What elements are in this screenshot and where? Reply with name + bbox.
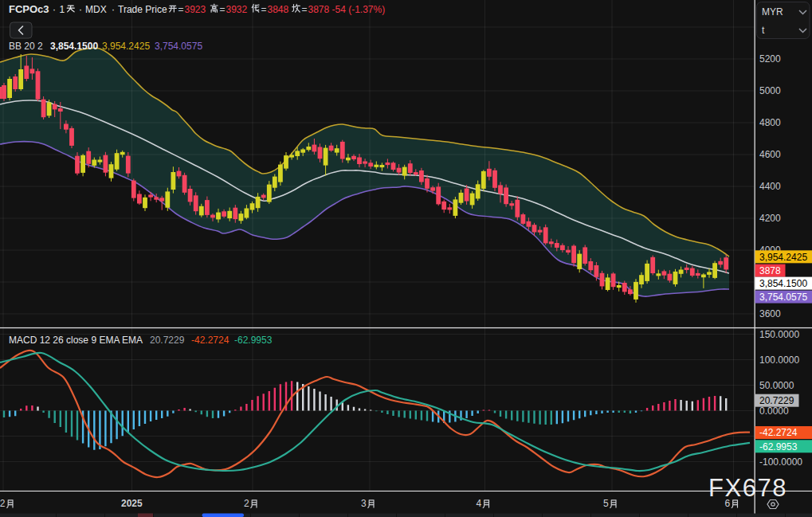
svg-text:100.0000: 100.0000 [759, 354, 799, 366]
svg-text:20.7229: 20.7229 [759, 395, 794, 406]
svg-text:·: · [53, 4, 56, 15]
svg-text:=: = [261, 4, 267, 15]
svg-text:3: 3 [361, 498, 367, 509]
svg-text:150.0000: 150.0000 [759, 329, 799, 340]
svg-text:2025: 2025 [121, 498, 143, 509]
svg-text:5000: 5000 [759, 85, 781, 96]
svg-text:3,954.2425: 3,954.2425 [759, 252, 807, 263]
svg-text:Trade Price: Trade Price [118, 4, 167, 15]
svg-text:4800: 4800 [759, 117, 781, 128]
svg-text:3600: 3600 [759, 308, 781, 319]
svg-text:FCPOc3: FCPOc3 [9, 3, 49, 15]
svg-text:4: 4 [477, 498, 482, 509]
svg-text:-62.9953: -62.9953 [234, 335, 273, 346]
svg-text:5: 5 [603, 498, 609, 509]
svg-text:4600: 4600 [759, 149, 781, 160]
svg-text:=: = [178, 4, 184, 15]
svg-text:3878: 3878 [759, 265, 781, 276]
svg-text:FX678: FX678 [708, 474, 787, 502]
svg-text:1: 1 [60, 4, 65, 15]
svg-text:-100.0000: -100.0000 [759, 456, 802, 468]
svg-text:MYR: MYR [762, 6, 783, 18]
svg-text:BB 20 2: BB 20 2 [9, 41, 43, 52]
svg-text:3,854.1500: 3,854.1500 [759, 278, 807, 289]
svg-text:3,954.2425: 3,954.2425 [102, 41, 150, 52]
svg-text:3848: 3848 [268, 4, 289, 15]
svg-text:MACD 12 26 close 9 EMA EMA: MACD 12 26 close 9 EMA EMA [9, 335, 143, 346]
svg-text:5200: 5200 [759, 53, 781, 65]
svg-text:12: 12 [0, 498, 6, 509]
svg-text:-42.2724: -42.2724 [759, 427, 798, 438]
svg-text:4400: 4400 [759, 181, 781, 192]
svg-text:20.7229: 20.7229 [150, 335, 185, 346]
svg-text:3932: 3932 [226, 4, 248, 15]
svg-text:=: = [302, 4, 308, 15]
svg-text:=: = [220, 4, 226, 15]
svg-text:4200: 4200 [759, 213, 781, 224]
svg-text:·: · [79, 4, 82, 15]
svg-text:50.0000: 50.0000 [759, 380, 794, 391]
svg-text:MDX: MDX [85, 4, 107, 15]
svg-text:0.0000: 0.0000 [759, 405, 789, 417]
svg-text:·: · [112, 4, 115, 15]
svg-text:3,854.1500: 3,854.1500 [50, 41, 98, 52]
svg-text:-54 (-1.37%): -54 (-1.37%) [332, 4, 386, 15]
svg-text:2: 2 [244, 498, 249, 509]
svg-text:-62.9953: -62.9953 [759, 441, 798, 452]
svg-text:3,754.0575: 3,754.0575 [759, 292, 807, 303]
svg-text:3923: 3923 [185, 4, 206, 15]
svg-text:3878: 3878 [308, 4, 330, 15]
svg-text:3,754.0575: 3,754.0575 [155, 41, 202, 52]
svg-text:-42.2724: -42.2724 [191, 335, 229, 346]
